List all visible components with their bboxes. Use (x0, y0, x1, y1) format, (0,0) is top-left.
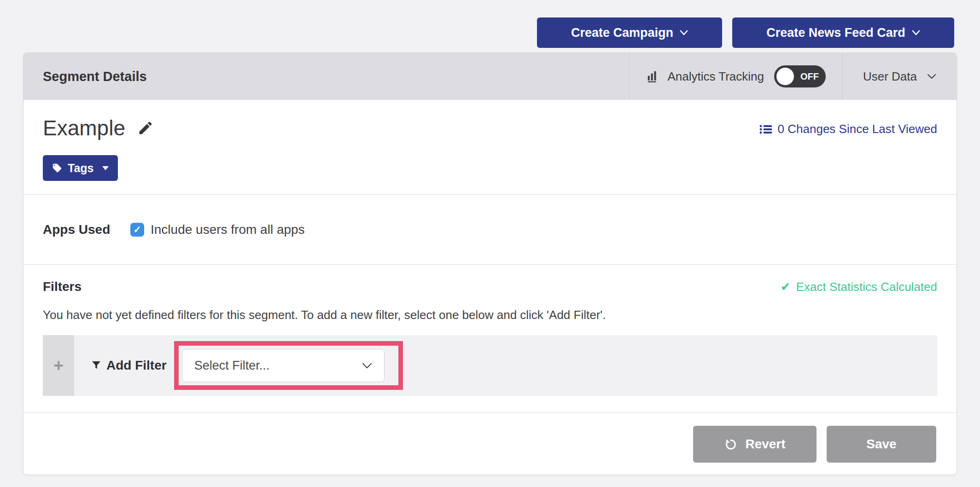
caret-down-icon (102, 166, 109, 170)
edit-pencil-icon[interactable] (137, 120, 154, 136)
add-filter-row: + Add Filter Select Filter... (43, 335, 937, 396)
revert-icon (724, 437, 738, 451)
create-news-feed-card-button[interactable]: Create News Feed Card (732, 17, 954, 48)
filters-help-text: You have not yet defined filters for thi… (43, 308, 937, 322)
tag-icon (52, 163, 62, 173)
list-icon (759, 124, 772, 135)
funnel-icon (91, 360, 102, 371)
create-news-feed-label: Create News Feed Card (766, 26, 905, 40)
check-icon: ✔ (781, 280, 791, 294)
top-actions: Create Campaign Create News Feed Card (537, 17, 954, 48)
add-filter-label: Add Filter (106, 358, 167, 373)
tags-button-label: Tags (68, 162, 94, 175)
chevron-down-icon (912, 30, 920, 35)
segment-title-section: Example 0 Changes Since Last Viewed (23, 100, 957, 195)
statistics-status: ✔ Exact Statistics Calculated (781, 280, 937, 294)
toggle-state-label: OFF (800, 71, 819, 82)
page-title: Segment Details (23, 53, 629, 100)
panel-footer: Revert Save (23, 413, 957, 475)
include-all-apps-label: Include users from all apps (151, 222, 305, 237)
tags-button[interactable]: Tags (43, 155, 118, 181)
analytics-tracking-toggle[interactable]: OFF (774, 65, 826, 87)
panel-header: Segment Details Analytics Tracking OFF U… (23, 53, 957, 100)
create-campaign-label: Create Campaign (571, 26, 673, 40)
filters-title: Filters (43, 279, 82, 294)
plus-icon: + (53, 356, 64, 376)
save-button[interactable]: Save (827, 426, 936, 463)
create-campaign-button[interactable]: Create Campaign (537, 17, 722, 48)
bar-chart-icon (646, 70, 660, 83)
include-all-apps-checkbox[interactable]: ✓ (130, 223, 144, 237)
filter-select[interactable]: Select Filter... (182, 349, 385, 382)
segment-details-panel: Segment Details Analytics Tracking OFF U… (23, 52, 957, 475)
user-data-dropdown[interactable]: User Data (842, 53, 957, 100)
add-filter-plus-button[interactable]: + (43, 335, 74, 396)
highlight-annotation: Select Filter... (174, 341, 403, 390)
user-data-label: User Data (863, 70, 917, 84)
segment-name: Example (43, 116, 125, 140)
save-button-label: Save (866, 437, 896, 452)
changes-since-last-viewed-link[interactable]: 0 Changes Since Last Viewed (759, 122, 937, 136)
changes-link-label: 0 Changes Since Last Viewed (778, 122, 937, 136)
apps-used-label: Apps Used (43, 222, 130, 237)
filter-select-value: Select Filter... (194, 359, 270, 373)
analytics-tracking-section: Analytics Tracking OFF (629, 53, 842, 100)
checkbox-check-icon: ✓ (133, 224, 141, 235)
chevron-down-icon (362, 363, 372, 369)
toggle-knob (776, 68, 794, 85)
apps-used-section: Apps Used ✓ Include users from all apps (23, 195, 957, 265)
add-filter-button[interactable]: Add Filter (91, 358, 167, 373)
statistics-status-label: Exact Statistics Calculated (796, 280, 937, 294)
revert-button-label: Revert (745, 437, 785, 452)
analytics-tracking-label: Analytics Tracking (667, 70, 764, 84)
filters-section: Filters ✔ Exact Statistics Calculated Yo… (23, 265, 957, 413)
chevron-down-icon (680, 30, 688, 35)
chevron-down-icon (927, 74, 936, 79)
revert-button[interactable]: Revert (693, 426, 817, 463)
